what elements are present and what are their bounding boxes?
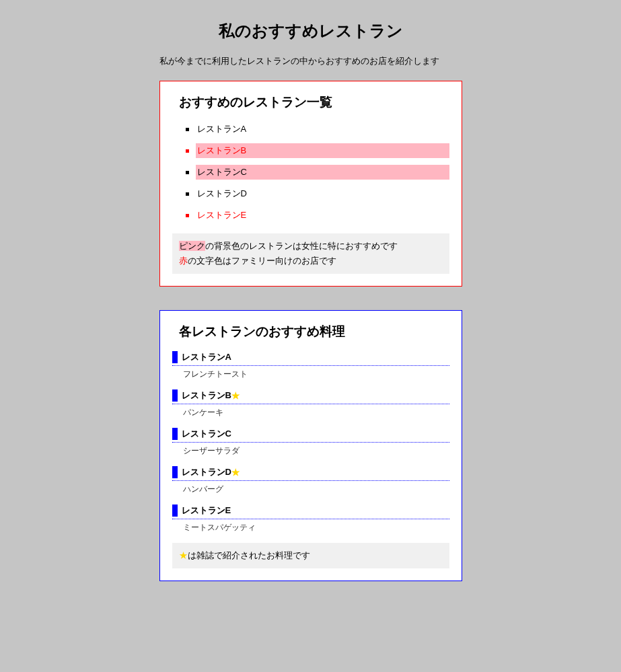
note-red-word: 赤: [179, 256, 188, 266]
page-intro: 私が今までに利用したレストランの中からおすすめのお店を紹介します: [159, 54, 462, 69]
bullet-icon: [186, 192, 189, 196]
section1-note: ピンクの背景色のレストランは女性に特におすすめです 赤の文字色はファミリー向けの…: [172, 233, 449, 274]
dish-restaurant-name: レストランD: [182, 466, 231, 478]
restaurant-name: レストランC: [196, 165, 449, 180]
dish-name-row: レストランD★: [172, 466, 449, 481]
list-item: レストランD: [186, 186, 449, 201]
note-line2-rest: の文字色はファミリー向けのお店です: [188, 256, 336, 266]
dish-item: レストランEミートスパゲッティ: [172, 505, 449, 533]
bullet-icon: [186, 149, 189, 153]
list-item: レストランE: [186, 208, 449, 223]
list-item: レストランA: [186, 122, 449, 137]
dish-restaurant-name: レストランE: [182, 505, 231, 517]
dish-name-row: レストランE: [172, 505, 449, 519]
section2-heading: 各レストランのおすすめ料理: [179, 323, 449, 340]
note-line1-rest: の背景色のレストランは女性に特におすすめです: [205, 241, 398, 251]
note-pink-word: ピンク: [179, 241, 205, 251]
dish-name: シーザーサラダ: [172, 443, 449, 457]
star-icon: ★: [179, 550, 188, 560]
dish-name: ハンバーグ: [172, 481, 449, 495]
dish-list: レストランAフレンチトーストレストランB★パンケーキレストランCシーザーサラダレ…: [172, 351, 449, 533]
blue-bar-icon: [172, 351, 178, 363]
dish-item: レストランAフレンチトースト: [172, 351, 449, 380]
blue-bar-icon: [172, 389, 178, 402]
note2-rest: は雑誌で紹介されたお料理です: [188, 550, 310, 560]
dish-name-row: レストランB★: [172, 389, 449, 404]
dish-name: ミートスパゲッティ: [172, 519, 449, 533]
section-dish-list: 各レストランのおすすめ料理 レストランAフレンチトーストレストランB★パンケーキ…: [159, 310, 462, 581]
dish-item: レストランCシーザーサラダ: [172, 428, 449, 457]
section1-heading: おすすめのレストラン一覧: [179, 94, 449, 111]
dish-item: レストランB★パンケーキ: [172, 389, 449, 418]
star-icon: ★: [231, 467, 240, 478]
dish-restaurant-name: レストランC: [182, 428, 231, 440]
bullet-icon: [186, 214, 189, 217]
dish-restaurant-name: レストランA: [182, 351, 231, 363]
star-icon: ★: [231, 390, 240, 401]
restaurant-name: レストランB: [196, 143, 449, 158]
blue-bar-icon: [172, 428, 178, 440]
restaurant-name: レストランE: [196, 208, 449, 223]
list-item: レストランC: [186, 165, 449, 180]
dish-name: パンケーキ: [172, 404, 449, 418]
page: 私のおすすめレストラン 私が今までに利用したレストランの中からおすすめのお店を紹…: [153, 0, 469, 632]
dish-item: レストランD★ハンバーグ: [172, 466, 449, 495]
dish-name-row: レストランC: [172, 428, 449, 443]
section-restaurant-list: おすすめのレストラン一覧 レストランAレストランBレストランCレストランDレスト…: [159, 81, 462, 287]
dish-restaurant-name: レストランB: [182, 389, 231, 402]
restaurant-list: レストランAレストランBレストランCレストランDレストランE: [186, 122, 449, 223]
dish-name: フレンチトースト: [172, 366, 449, 380]
list-item: レストランB: [186, 143, 449, 158]
blue-bar-icon: [172, 505, 178, 517]
restaurant-name: レストランA: [196, 122, 449, 137]
page-title: 私のおすすめレストラン: [159, 20, 462, 42]
dish-name-row: レストランA: [172, 351, 449, 366]
section2-note: ★は雑誌で紹介されたお料理です: [172, 543, 449, 568]
restaurant-name: レストランD: [196, 186, 449, 201]
blue-bar-icon: [172, 466, 178, 478]
bullet-icon: [186, 128, 189, 131]
bullet-icon: [186, 171, 189, 174]
